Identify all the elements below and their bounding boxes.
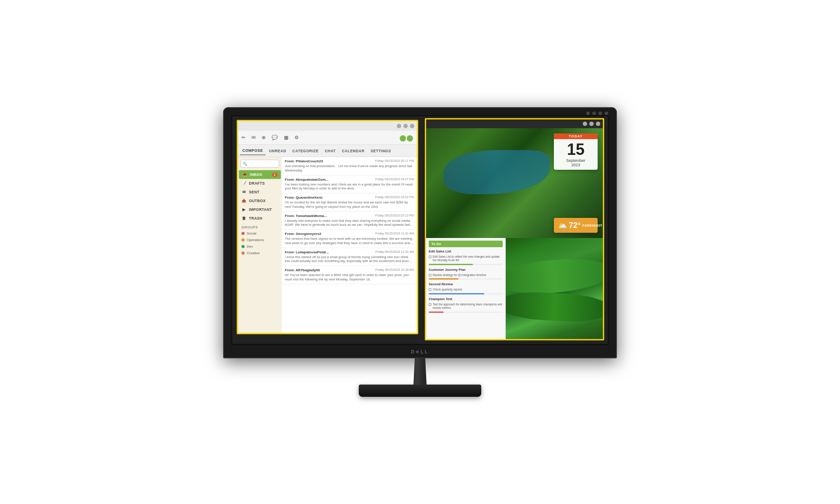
sidebar-item-important[interactable]: ▶ IMPORTANT xyxy=(238,205,282,214)
monitor-stand-base xyxy=(359,385,481,397)
settings-icon[interactable]: ⚙ xyxy=(294,135,299,140)
search-box[interactable]: 🔍 xyxy=(241,160,279,168)
inbox-badge: 2 xyxy=(272,173,277,177)
todo-section-0: Edit Sales List Edit Sales List to refle… xyxy=(429,249,503,265)
todo-section-title-2: Second Review xyxy=(429,282,503,286)
tag-icon[interactable]: ⊕ xyxy=(262,135,266,140)
sidebar-item-trash[interactable]: 🗑 TRASH xyxy=(238,214,282,223)
email-item-1[interactable]: From: AbsquatulateOsm... Friday 09/15/20… xyxy=(282,175,417,194)
titlebar-btn-min[interactable] xyxy=(397,124,401,128)
progress-fill-2 xyxy=(429,293,484,294)
group-creative[interactable]: Creative xyxy=(238,250,282,256)
toggle-icon[interactable]: ⬤⬤ xyxy=(399,134,413,141)
monitor-screen: ✏ ✉ ⊕ 💬 ▦ ⚙ ⬤⬤ COMPOSE UNREAD CATEGORIZE… xyxy=(231,115,609,345)
email-toolbar: ✏ ✉ ⊕ 💬 ▦ ⚙ ⬤⬤ xyxy=(238,131,417,145)
progress-fill-3 xyxy=(429,312,444,313)
widget-titlebar xyxy=(426,119,603,128)
monitor-btn-1 xyxy=(586,112,590,115)
todo-section-3: Champion Test Test the approach for dete… xyxy=(429,297,503,313)
group-operations[interactable]: Operations xyxy=(238,237,282,243)
nature-wave2 xyxy=(506,290,603,323)
progress-3 xyxy=(429,312,503,313)
nature-photo xyxy=(506,238,603,340)
todo-checkbox-3[interactable] xyxy=(429,303,431,306)
email-item-4[interactable]: From: Georgiemyers2 Friday 09/15/2023 11… xyxy=(282,230,417,248)
todo-panel: To Do Edit Sales List Edit Sales List to… xyxy=(426,238,506,340)
groups-label: GROUPS xyxy=(238,223,282,230)
dev-dot xyxy=(242,245,245,248)
email-nav: COMPOSE UNREAD CATEGORIZE CHAT CALENDAR … xyxy=(238,145,417,157)
todo-header: To Do xyxy=(429,241,503,247)
todo-item-1-0: Review strategy for Q3 integration timel… xyxy=(429,273,503,277)
email-item-3[interactable]: From: TomahawkWoma... Friday 09/15/2023 … xyxy=(282,212,417,230)
tab-chat[interactable]: CHAT xyxy=(322,147,338,155)
monitor-stand-neck xyxy=(407,358,433,385)
widget-btn-min[interactable] xyxy=(583,122,587,126)
calendar-icon[interactable]: ▦ xyxy=(284,135,288,140)
todo-item-2-0: Check quarterly reports xyxy=(429,287,503,292)
widget-btn-max[interactable] xyxy=(589,122,594,126)
todo-section-title-0: Edit Sales List xyxy=(429,249,503,253)
progress-fill-0 xyxy=(429,264,473,265)
social-dot xyxy=(242,232,245,235)
tab-calendar[interactable]: CALENDAR xyxy=(339,147,367,155)
todo-section-2: Second Review Check quarterly reports xyxy=(429,282,503,294)
tab-unread[interactable]: UNREAD xyxy=(266,147,289,155)
email-list: From: PillalooCouch23 Friday 09/15/2023 … xyxy=(282,157,417,333)
tab-compose[interactable]: COMPOSE xyxy=(240,147,266,155)
progress-2 xyxy=(429,293,503,294)
widget-btn-close[interactable] xyxy=(596,122,600,126)
email-item-6[interactable]: From: ARTbaglady00 Friday 09/15/2023 10:… xyxy=(282,266,417,284)
sidebar-item-drafts[interactable]: 📝 DRAFTS xyxy=(238,179,282,188)
email-icon[interactable]: ✉ xyxy=(252,135,256,140)
sidebar-item-inbox[interactable]: 📥 INBOX 2 xyxy=(239,170,281,179)
email-sidebar: 🔍 📥 INBOX 2 📝 DRAFTS xyxy=(238,157,282,333)
todo-section-title-1: Customer Journey Plan xyxy=(429,268,503,272)
operations-dot xyxy=(242,238,245,242)
group-dev[interactable]: Dev xyxy=(238,243,282,250)
email-item-0[interactable]: From: PillalooCouch23 Friday 09/15/2023 … xyxy=(282,157,417,175)
email-item-5[interactable]: From: LollapaloosaPotat... Friday 09/15/… xyxy=(282,248,417,266)
todo-checkbox-2[interactable] xyxy=(429,288,431,291)
titlebar-btn-max[interactable] xyxy=(403,124,408,128)
weather-unit: FARENHEIT xyxy=(582,224,602,228)
email-header-4: From: Georgiemyers2 Friday 09/15/2023 11… xyxy=(285,232,414,236)
email-header-2: From: QuarantineXeric Friday 09/15/2023 … xyxy=(285,196,414,200)
tab-categorize[interactable]: CATEGORIZE xyxy=(290,147,321,155)
inbox-icon: 📥 xyxy=(242,172,248,177)
progress-1 xyxy=(429,278,503,280)
sidebar-item-sent[interactable]: ✉ SENT xyxy=(238,188,282,196)
search-icon: 🔍 xyxy=(243,162,247,166)
important-icon: ▶ xyxy=(242,207,247,212)
email-header-0: From: PillalooCouch23 Friday 09/15/2023 … xyxy=(285,159,414,163)
monitor-btn-4 xyxy=(605,112,608,115)
titlebar-btn-close[interactable] xyxy=(410,124,414,128)
widget-bottom: To Do Edit Sales List Edit Sales List to… xyxy=(426,238,603,340)
tab-settings[interactable]: SETTINGS xyxy=(368,147,394,155)
monitor-btn-2 xyxy=(592,112,596,115)
email-header-3: From: TomahawkWoma... Friday 09/15/2023 … xyxy=(285,214,414,218)
widget-area: TODAY 15 September 2023 ⛅ 72° FARENHEIT xyxy=(425,118,604,340)
monitor-controls xyxy=(586,112,608,115)
drafts-icon: 📝 xyxy=(242,181,247,186)
creative-dot xyxy=(242,252,245,255)
screen-content: ✏ ✉ ⊕ 💬 ▦ ⚙ ⬤⬤ COMPOSE UNREAD CATEGORIZE… xyxy=(232,116,608,344)
group-social[interactable]: Social xyxy=(238,230,282,237)
sidebar-item-outbox[interactable]: 📤 OUTBOX xyxy=(238,196,282,205)
nature-wave1 xyxy=(506,255,603,298)
weather-icon: ⛅ xyxy=(557,220,567,230)
compose-icon[interactable]: ✏ xyxy=(242,135,245,140)
todo-checkbox-0[interactable] xyxy=(429,256,431,258)
chat-icon[interactable]: 💬 xyxy=(272,135,278,140)
todo-item-3-0: Test the approach for determining team c… xyxy=(429,302,503,311)
monitor-btn-3 xyxy=(598,112,602,115)
email-header-6: From: ARTbaglady00 Friday 09/15/2023 10:… xyxy=(285,268,414,272)
email-item-2[interactable]: From: QuarantineXeric Friday 09/15/2023 … xyxy=(282,193,417,212)
progress-0 xyxy=(429,264,503,265)
monitor-bezel: ✏ ✉ ⊕ 💬 ▦ ⚙ ⬤⬤ COMPOSE UNREAD CATEGORIZE… xyxy=(223,107,617,358)
monitor: ✏ ✉ ⊕ 💬 ▦ ⚙ ⬤⬤ COMPOSE UNREAD CATEGORIZE… xyxy=(219,107,621,397)
todo-checkbox-1[interactable] xyxy=(429,274,431,276)
cal-today-label: TODAY xyxy=(554,133,598,139)
email-header-1: From: AbsquatulateOsm... Friday 09/15/20… xyxy=(285,178,414,182)
cal-month-year: September 2023 xyxy=(554,158,598,170)
